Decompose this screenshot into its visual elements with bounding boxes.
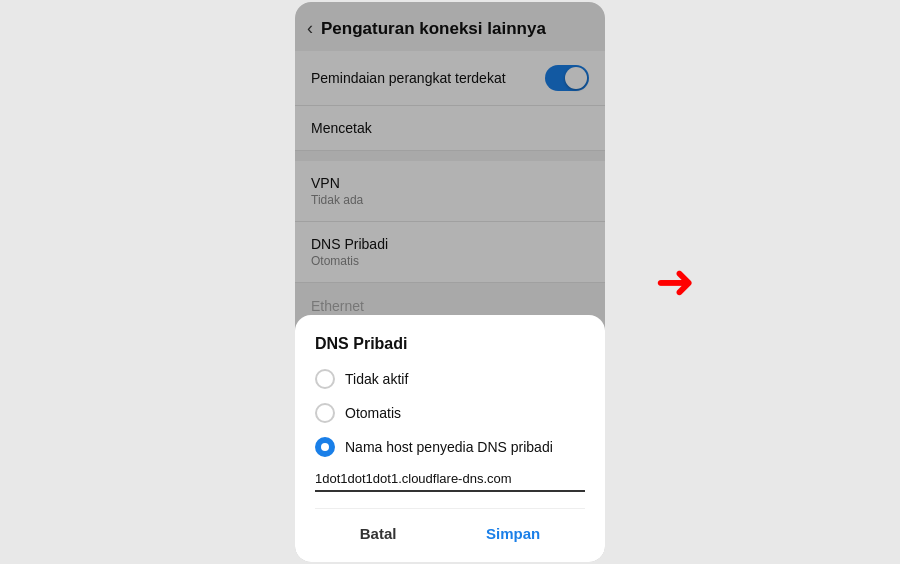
radio-option-hostname[interactable]: Nama host penyedia DNS pribadi: [315, 437, 585, 457]
red-arrow-icon: ➜: [655, 255, 695, 308]
save-button[interactable]: Simpan: [462, 521, 564, 546]
radio-auto-circle: [315, 403, 335, 423]
radio-inactive-label: Tidak aktif: [345, 371, 408, 387]
settings-page: ‹ Pengaturan koneksi lainnya Pemindaian …: [295, 2, 605, 562]
cancel-button[interactable]: Batal: [336, 521, 421, 546]
arrow-container: ➜: [655, 258, 695, 306]
radio-hostname-label: Nama host penyedia DNS pribadi: [345, 439, 553, 455]
dialog-buttons: Batal Simpan: [315, 508, 585, 546]
radio-inactive-circle: [315, 369, 335, 389]
dialog-title: DNS Pribadi: [315, 335, 585, 353]
dns-input[interactable]: [315, 471, 585, 486]
radio-option-auto[interactable]: Otomatis: [315, 403, 585, 423]
dns-input-row: [315, 471, 585, 492]
radio-option-inactive[interactable]: Tidak aktif: [315, 369, 585, 389]
dns-dialog: DNS Pribadi Tidak aktif Otomatis Nama ho…: [295, 315, 605, 562]
phone-screen: ‹ Pengaturan koneksi lainnya Pemindaian …: [295, 2, 605, 562]
radio-auto-label: Otomatis: [345, 405, 401, 421]
radio-hostname-circle: [315, 437, 335, 457]
